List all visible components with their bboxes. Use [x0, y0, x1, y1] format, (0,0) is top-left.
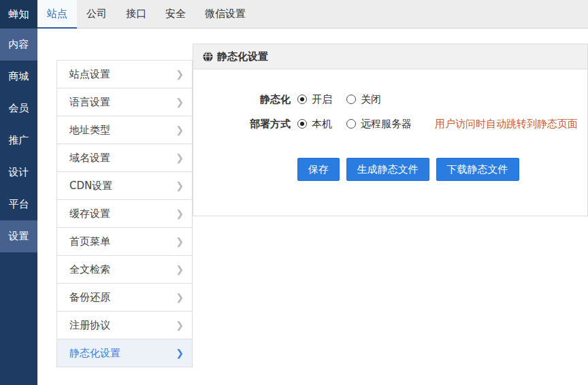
deploy-remote-radio[interactable]	[346, 119, 356, 129]
tab-company[interactable]: 公司	[77, 0, 116, 29]
sidebar-item-members[interactable]: 会员	[0, 93, 37, 124]
tab-wechat-settings[interactable]: 微信设置	[195, 0, 255, 29]
app-logo[interactable]: 蝉知	[0, 0, 37, 29]
submenu-item-cache-settings[interactable]: 缓存设置 ❯	[56, 199, 193, 228]
submenu-item-register-agreement[interactable]: 注册协议 ❯	[56, 311, 193, 339]
static-off-radio[interactable]	[346, 95, 356, 104]
submenu-item-home-menu[interactable]: 首页菜单 ❯	[56, 227, 193, 256]
static-on-radio[interactable]	[297, 95, 307, 104]
static-off-option[interactable]: 关闭	[346, 93, 381, 106]
main-sidebar: 蝉知 内容 商城 会员 推广 设计 平台 设置	[0, 0, 37, 385]
sidebar-item-platform[interactable]: 平台	[0, 188, 37, 220]
chevron-right-icon: ❯	[176, 284, 184, 311]
chevron-right-icon: ❯	[176, 312, 184, 339]
sidebar-item-promotion[interactable]: 推广	[0, 124, 37, 156]
sidebar-item-design[interactable]: 设计	[0, 156, 37, 188]
submenu-item-label: 缓存设置	[69, 207, 110, 220]
chevron-right-icon: ❯	[176, 256, 184, 283]
generate-static-files-button[interactable]: 生成静态文件	[346, 158, 429, 181]
submenu-item-backup-restore[interactable]: 备份还原 ❯	[56, 283, 193, 312]
panel-header: 静态化设置	[193, 44, 587, 69]
chevron-right-icon: ❯	[176, 172, 184, 199]
panel-title: 静态化设置	[217, 50, 268, 63]
deploy-local-label: 本机	[312, 118, 332, 131]
tab-security[interactable]: 安全	[156, 0, 195, 29]
submenu-item-language-settings[interactable]: 语言设置 ❯	[56, 88, 193, 116]
static-field-label: 静态化	[193, 93, 291, 106]
deploy-local-radio[interactable]	[297, 119, 307, 129]
deploy-field-label: 部署方式	[193, 118, 291, 131]
sidebar-item-shop[interactable]: 商城	[0, 61, 37, 93]
static-settings-panel: 静态化设置 静态化 开启 关闭 部署方式 本机 远程服务器 用户访问	[193, 44, 588, 216]
submenu-item-label: 全文检索	[69, 263, 110, 275]
chevron-right-icon: ❯	[176, 144, 184, 171]
submenu-item-cdn-settings[interactable]: CDN设置 ❯	[56, 171, 193, 200]
submenu-item-fulltext-search[interactable]: 全文检索 ❯	[56, 255, 193, 284]
chevron-right-icon: ❯	[176, 228, 184, 255]
static-on-option[interactable]: 开启	[297, 93, 332, 106]
globe-icon	[203, 52, 213, 62]
sidebar-item-settings[interactable]: 设置	[0, 220, 37, 252]
chevron-right-icon: ❯	[176, 339, 184, 367]
deploy-local-option[interactable]: 本机	[297, 118, 332, 131]
deploy-hint-text: 用户访问时自动跳转到静态页面	[435, 118, 578, 131]
static-off-label: 关闭	[361, 93, 381, 106]
panel-body: 静态化 开启 关闭 部署方式 本机 远程服务器 用户访问时自动跳转到静态页面	[193, 69, 587, 181]
form-row-static: 静态化 开启 关闭	[193, 87, 587, 112]
submenu-item-label: 站点设置	[69, 68, 110, 80]
sidebar-item-content[interactable]: 内容	[0, 29, 37, 61]
submenu-item-site-settings[interactable]: 站点设置 ❯	[56, 60, 193, 88]
chevron-right-icon: ❯	[176, 61, 184, 88]
static-on-label: 开启	[312, 93, 332, 106]
submenu-item-label: CDN设置	[69, 180, 112, 192]
submenu-item-label: 地址类型	[69, 124, 110, 136]
submenu-item-label: 首页菜单	[69, 235, 110, 248]
submenu-item-label: 域名设置	[69, 152, 110, 164]
action-buttons: 保存 生成静态文件 下载静态文件	[297, 158, 587, 181]
download-static-files-button[interactable]: 下载静态文件	[436, 158, 519, 181]
tab-site[interactable]: 站点	[37, 0, 77, 29]
save-button[interactable]: 保存	[297, 158, 340, 181]
submenu-item-label: 注册协议	[69, 319, 110, 331]
chevron-right-icon: ❯	[176, 116, 184, 144]
submenu-item-label: 语言设置	[69, 96, 110, 108]
submenu-item-label: 备份还原	[69, 291, 110, 303]
deploy-remote-label: 远程服务器	[361, 118, 412, 131]
submenu-item-static-settings[interactable]: 静态化设置 ❯	[56, 339, 193, 367]
top-tab-bar: 站点 公司 接口 安全 微信设置	[37, 0, 588, 29]
settings-submenu: 站点设置 ❯ 语言设置 ❯ 地址类型 ❯ 域名设置 ❯ CDN设置 ❯ 缓存设置…	[56, 60, 193, 367]
form-row-deploy: 部署方式 本机 远程服务器 用户访问时自动跳转到静态页面	[193, 112, 587, 136]
chevron-right-icon: ❯	[176, 88, 184, 116]
submenu-item-domain-settings[interactable]: 域名设置 ❯	[56, 144, 193, 172]
deploy-remote-option[interactable]: 远程服务器	[346, 118, 412, 131]
tab-api[interactable]: 接口	[116, 0, 156, 29]
submenu-item-address-type[interactable]: 地址类型 ❯	[56, 116, 193, 144]
submenu-item-label: 静态化设置	[69, 347, 120, 359]
chevron-right-icon: ❯	[176, 200, 184, 227]
